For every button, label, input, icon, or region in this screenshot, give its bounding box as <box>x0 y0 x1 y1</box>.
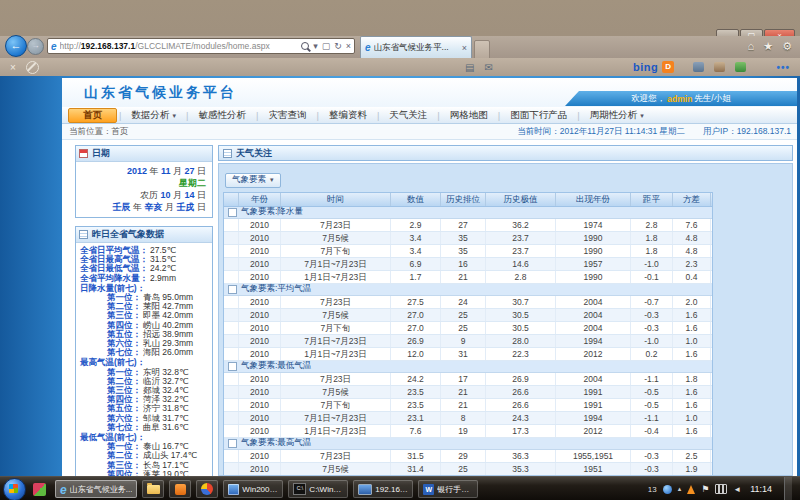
table-row: 20101月1日~7月23日1.7212.81990-0.10.4 <box>224 271 712 284</box>
settings-gear-icon[interactable]: ⚙ <box>782 40 792 53</box>
table-cell: 7月5候 <box>281 463 391 475</box>
section-row[interactable]: 气象要素:最高气温 <box>224 438 712 450</box>
pinned-app-icon[interactable] <box>33 483 46 496</box>
table-cell: 1991 <box>556 386 631 398</box>
table-cell: 7月23日 <box>281 450 391 462</box>
taskbar-button-cmd[interactable]: C:\Windows\s... <box>288 480 348 498</box>
stop-icon[interactable]: × <box>346 41 351 51</box>
nav-item[interactable]: 图面下行产品 <box>502 108 575 123</box>
forward-button[interactable]: → <box>27 38 44 55</box>
section-title: 气象要素:平均气温 <box>241 283 311 295</box>
system-tray: 13 ▴ ⚑ ◄ 11:14 <box>648 477 792 500</box>
cards-addon-icon[interactable]: ▤ <box>465 62 474 73</box>
table-cell: 21 <box>441 271 486 283</box>
url-text[interactable]: http://192.168.137.1/GLCCLIMATE/modules/… <box>60 41 298 51</box>
table-row: 20107月5候23.52126.61991-0.51.6 <box>224 386 712 399</box>
section-row[interactable]: 气象要素:降水量 <box>224 207 712 219</box>
taskbar-button-remote[interactable]: 192.168.59.99... <box>353 480 413 498</box>
nav-item[interactable]: 灾害查询 <box>260 108 314 123</box>
table-cell: 2010 <box>239 399 281 411</box>
date-line: 星期二 <box>82 177 206 189</box>
stat-label: 第七位： <box>107 423 141 432</box>
table-cell: -1.1 <box>631 373 673 385</box>
camera-addon-icon[interactable] <box>693 62 704 72</box>
table-cell: 0.4 <box>673 271 711 283</box>
network-icon[interactable] <box>715 484 727 494</box>
taskbar-clock[interactable]: 11:14 <box>750 484 772 494</box>
column-header: 时间 <box>281 193 391 206</box>
table-cell: 2010 <box>239 412 281 424</box>
tray-badge[interactable]: 13 <box>648 485 657 494</box>
blocked-icon[interactable] <box>26 61 39 74</box>
row-gutter <box>224 271 239 283</box>
autocomplete-arrow-icon[interactable]: ▾ <box>313 41 318 51</box>
table-cell: 1991 <box>556 399 631 411</box>
bing-logo[interactable]: bing <box>633 61 658 73</box>
table-cell: 2.5 <box>673 450 711 462</box>
address-bar[interactable]: e http://192.168.137.1/GLCCLIMATE/module… <box>47 38 355 54</box>
table-cell: -0.3 <box>631 309 673 321</box>
section-row[interactable]: 气象要素:最低气温 <box>224 361 712 373</box>
section-checkbox[interactable] <box>228 208 237 217</box>
table-cell: 27.0 <box>391 309 441 321</box>
stat-value: 2.9mm <box>150 274 176 283</box>
compatibility-view-icon[interactable]: ▢ <box>322 41 331 51</box>
d-app-icon[interactable]: D <box>662 61 674 73</box>
new-tab-button[interactable] <box>474 40 490 59</box>
tray-globe-icon[interactable] <box>663 485 672 494</box>
taskbar-button-app-orange[interactable] <box>169 480 191 498</box>
element-dropdown-button[interactable]: 气象要素▾ <box>225 173 281 188</box>
sidebar-close-icon[interactable]: × <box>10 62 16 73</box>
section-checkbox[interactable] <box>228 285 237 294</box>
back-button[interactable]: ← <box>5 35 27 57</box>
favorites-star-icon[interactable]: ★ <box>763 40 773 53</box>
refresh-icon[interactable]: ↻ <box>334 41 342 51</box>
more-addons-icon[interactable]: ••• <box>776 62 790 73</box>
table-cell: 31.4 <box>391 463 441 475</box>
nav-item[interactable]: 首页 <box>68 108 117 123</box>
taskbar-button-folder[interactable] <box>142 480 164 498</box>
action-center-flag-icon[interactable]: ⚑ <box>701 484 709 494</box>
taskbar-button-word[interactable]: 银行手册.docx ... <box>418 480 478 498</box>
tray-expand-icon[interactable]: ▴ <box>678 485 682 493</box>
table-row: 20107月23日24.21726.92004-1.11.8 <box>224 373 712 386</box>
section-checkbox[interactable] <box>228 362 237 371</box>
table-cell: -0.3 <box>631 463 673 475</box>
tab-close-icon[interactable]: × <box>462 43 467 53</box>
show-desktop-button[interactable] <box>784 477 792 500</box>
nav-item[interactable]: 数据分析▾ <box>123 108 184 123</box>
home-icon[interactable]: ⌂ <box>748 40 755 53</box>
globe-addon-icon[interactable] <box>735 62 746 72</box>
table-cell: 7月下旬 <box>281 322 391 334</box>
table-cell: 0.2 <box>631 348 673 360</box>
nav-item[interactable]: 敏感性分析 <box>190 108 254 123</box>
table-cell: 27.5 <box>391 296 441 308</box>
volume-icon[interactable]: ◄ <box>733 485 741 494</box>
dropdown-arrow-icon: ▾ <box>172 112 176 119</box>
taskbar-button-browser-round[interactable] <box>196 480 218 498</box>
table-cell: 3.4 <box>391 232 441 244</box>
nav-item[interactable]: 整编资料 <box>321 108 375 123</box>
section-row[interactable]: 气象要素:平均气温 <box>224 284 712 296</box>
satellite-addon-icon[interactable] <box>714 62 725 72</box>
nav-item[interactable]: 网格地图 <box>442 108 496 123</box>
table-cell: 7.6 <box>673 219 711 231</box>
search-icon[interactable] <box>301 42 309 50</box>
table-row: 20107月23日31.52936.31955,1951-0.32.5 <box>224 450 712 463</box>
table-cell: 16 <box>441 258 486 270</box>
start-button[interactable] <box>3 478 26 500</box>
mail-addon-icon[interactable]: ✉ <box>484 62 492 73</box>
table-cell: 2004 <box>556 373 631 385</box>
table-cell: 7月23日 <box>281 219 391 231</box>
browser-tab[interactable]: e 山东省气候业务平... × <box>360 36 472 58</box>
table-cell: 30.7 <box>486 296 556 308</box>
taskbar-button-win[interactable]: Win2008 (VS2... <box>223 480 283 498</box>
table-cell: 36.3 <box>486 450 556 462</box>
nav-item[interactable]: 天气关注 <box>381 108 435 123</box>
table-cell: 7月5候 <box>281 309 391 321</box>
tray-flame-icon[interactable] <box>687 485 695 494</box>
taskbar-button-ie[interactable]: 山东省气候业务... <box>55 480 137 498</box>
table-cell: 2004 <box>556 322 631 334</box>
nav-item[interactable]: 周期性分析▾ <box>582 108 652 123</box>
section-checkbox[interactable] <box>228 439 237 448</box>
